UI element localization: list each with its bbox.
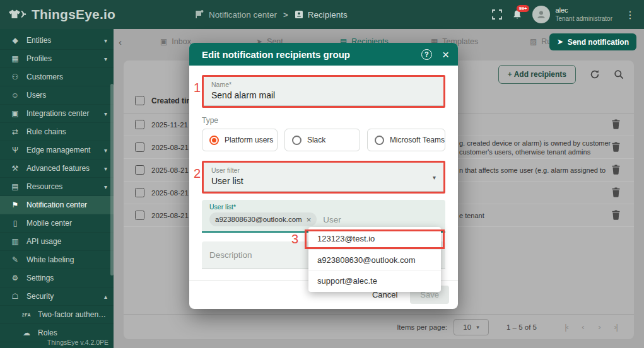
radio-slack[interactable]: Slack: [284, 129, 360, 151]
row-checkbox[interactable]: [135, 142, 144, 152]
user-info: alec Tenant administrator: [555, 6, 612, 23]
dropdown-option[interactable]: support@alec.te: [308, 270, 441, 291]
row-checkbox[interactable]: [135, 211, 144, 220]
row-checkbox[interactable]: [135, 188, 144, 197]
close-icon[interactable]: ×: [442, 49, 449, 61]
delete-icon[interactable]: [612, 142, 620, 152]
items-per-page-label: Items per page:: [397, 323, 447, 331]
user-chip[interactable]: a923808630@outlook.com ×: [209, 212, 317, 226]
logo-text: ThingsEye.io: [32, 7, 115, 22]
breadcrumb-section[interactable]: Notification center: [196, 10, 277, 20]
page-range-label: 1 – 5 of 5: [506, 323, 537, 331]
user-filter-select[interactable]: User filter User list ▾: [204, 163, 443, 192]
search-icon[interactable]: [614, 69, 624, 79]
breadcrumb-page[interactable]: Recipients: [295, 10, 348, 20]
sidebar-item-rule-chains[interactable]: ⇄ Rule chains: [0, 123, 114, 141]
rules-icon: ▨: [530, 37, 537, 46]
sidebar-item-notification-center[interactable]: ⚑ Notification center: [0, 196, 114, 214]
breadcrumb-section-label: Notification center: [209, 10, 277, 20]
first-page-button[interactable]: |‹: [558, 322, 575, 332]
contact-card-icon: [295, 10, 303, 19]
sidebar-item-customers[interactable]: ⚇ Customers: [0, 68, 114, 86]
sidebar-item-white-labeling[interactable]: ✎ White labeling: [0, 251, 114, 269]
radio-platform-users[interactable]: Platform users: [202, 129, 278, 151]
modal-title: Edit notification recipients group: [202, 49, 421, 60]
chevron-down-icon: ▾: [104, 165, 107, 172]
tabs-scroll-left[interactable]: ‹: [119, 29, 122, 54]
delete-icon[interactable]: [612, 187, 620, 197]
delete-icon[interactable]: [612, 119, 620, 129]
name-field[interactable]: Name* Send alarm mail: [204, 77, 443, 106]
sidebar-scrollbar[interactable]: [110, 84, 114, 276]
created-time-cell: 2025-08-21 11:: [151, 144, 192, 151]
sidebar-item-entities[interactable]: ◆ Entities ▾: [0, 32, 114, 50]
integrations-icon: ▣: [10, 109, 20, 118]
chip-remove-icon[interactable]: ×: [307, 215, 312, 224]
sidebar-item-settings[interactable]: ⚙ Settings: [0, 269, 114, 287]
created-time-cell: 2025-08-21 11:: [151, 189, 192, 197]
edge-management-icon: Ψ: [10, 146, 20, 154]
delete-icon[interactable]: [612, 165, 620, 175]
fullscreen-icon[interactable]: [492, 9, 502, 20]
users-icon: ☺: [10, 91, 20, 100]
white-labeling-icon: ✎: [10, 255, 20, 264]
tab-inbox[interactable]: ▣ Inbox: [160, 29, 191, 54]
select-all-checkbox[interactable]: [135, 96, 144, 105]
user-list-label: User list*: [209, 203, 438, 211]
name-field-value: Send alarm mail: [211, 90, 275, 100]
inbox-icon: ▣: [160, 37, 167, 46]
next-page-button[interactable]: ›: [591, 322, 607, 332]
sidebar-item-profiles[interactable]: ▦ Profiles ▾: [0, 50, 114, 68]
sidebar: ◆ Entities ▾ ▦ Profiles ▾ ⚇ Customers ☺ …: [0, 29, 114, 348]
sidebar-item-resources[interactable]: ▤ Resources ▾: [0, 178, 114, 196]
user-chip-row: a923808630@outlook.com × User: [209, 212, 438, 226]
sidebar-item-advanced-features[interactable]: ⚒ Advanced features ▾: [0, 160, 114, 178]
sidebar-item-two-factor[interactable]: 2FA Two-factor authenticati…: [0, 306, 114, 324]
edit-recipients-modal: Edit notification recipients group ? × 1…: [189, 43, 458, 309]
type-radio-group: Platform users Slack Microsoft Teams: [202, 129, 445, 151]
top-header-bar: ThingsEye.io Notification center > Recip…: [0, 0, 644, 29]
app-logo[interactable]: ThingsEye.io: [0, 7, 117, 22]
tab-rules[interactable]: ▨ Ru: [530, 29, 551, 54]
send-notification-button[interactable]: ➤ Send notification: [549, 33, 636, 50]
radio-microsoft-teams[interactable]: Microsoft Teams: [367, 129, 445, 151]
sidebar-item-security[interactable]: ☖ Security ▴: [0, 287, 114, 306]
resources-icon: ▤: [10, 182, 20, 191]
user-name: alec: [555, 6, 612, 15]
send-icon: ➤: [557, 38, 563, 46]
sidebar-item-integrations-center[interactable]: ▣ Integrations center ▾: [0, 105, 114, 123]
modal-header: Edit notification recipients group ? ×: [189, 43, 458, 66]
person-icon: [536, 9, 547, 20]
sidebar-item-users[interactable]: ☺ Users: [0, 86, 114, 105]
breadcrumb: Notification center > Recipients: [196, 0, 348, 29]
gear-icon: ⚙: [10, 274, 20, 282]
sidebar-item-api-usage[interactable]: ▥ API usage: [0, 233, 114, 251]
last-page-button[interactable]: ›|: [607, 322, 624, 332]
delete-icon[interactable]: [612, 210, 620, 220]
prev-page-button[interactable]: ‹: [575, 322, 591, 332]
sidebar-item-mobile-center[interactable]: ▯ Mobile center: [0, 214, 114, 233]
entities-icon: ◆: [10, 36, 20, 45]
notifications-bell[interactable]: 99+: [512, 9, 522, 20]
refresh-icon[interactable]: [590, 69, 600, 79]
api-usage-icon: ▥: [10, 237, 20, 246]
description-placeholder: Description: [209, 250, 252, 260]
sidebar-item-edge-management[interactable]: Ψ Edge management ▾: [0, 141, 114, 160]
user-menu[interactable]: alec Tenant administrator: [532, 6, 612, 23]
user-input-placeholder[interactable]: User: [323, 215, 341, 224]
row-checkbox[interactable]: [135, 120, 144, 129]
user-filter-value: User list: [211, 176, 243, 186]
radio-unselected-icon: [375, 136, 384, 145]
help-icon[interactable]: ?: [421, 49, 432, 60]
user-filter-label: User filter: [211, 166, 436, 174]
page-size-select[interactable]: 10 ▾: [454, 319, 489, 335]
dropdown-option[interactable]: 123123@test.io: [308, 228, 441, 249]
kebab-menu-icon[interactable]: ⋮: [623, 9, 638, 21]
row-checkbox[interactable]: [135, 165, 144, 175]
advanced-features-icon: ⚒: [10, 164, 20, 173]
customers-icon: ⚇: [10, 72, 20, 81]
type-section-label: Type: [202, 116, 445, 125]
add-recipients-button[interactable]: + Add recipients: [498, 65, 576, 84]
breadcrumb-page-label: Recipients: [308, 10, 348, 20]
dropdown-option[interactable]: a923808630@outlook.com: [308, 249, 441, 270]
